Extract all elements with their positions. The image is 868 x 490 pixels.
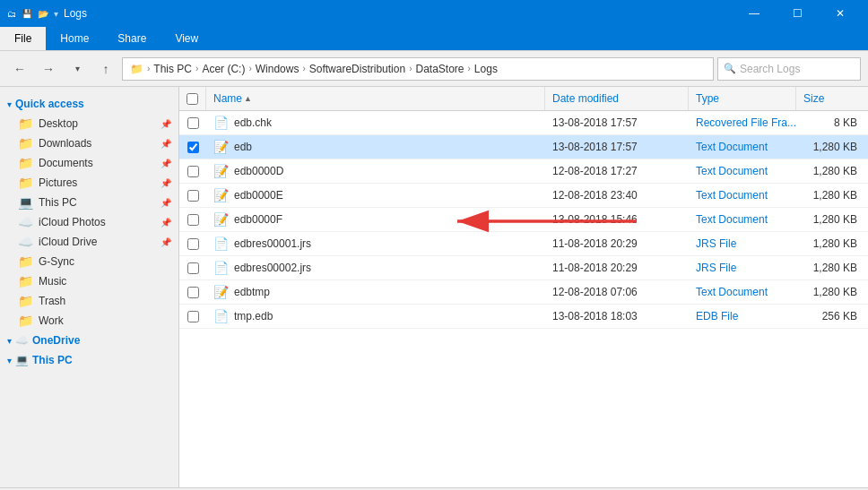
breadcrumb-drive[interactable]: Acer (C:) — [202, 63, 245, 75]
row-checkbox[interactable] — [187, 142, 199, 153]
row-checkbox[interactable] — [187, 214, 199, 226]
row-checkbox-cell[interactable] — [179, 135, 206, 159]
sidebar-item-gsync[interactable]: 📁 G-Sync — [0, 252, 178, 271]
table-row[interactable]: 📝 edbtmp 12-08-2018 07:06 Text Document … — [179, 280, 868, 305]
table-row[interactable]: 📄 edbres00002.jrs 11-08-2018 20:29 JRS F… — [179, 256, 868, 280]
close-button[interactable]: ✕ — [820, 0, 861, 27]
up-button[interactable]: ↑ — [93, 56, 118, 82]
file-name: edbtmp — [234, 286, 270, 298]
table-row[interactable]: 📄 tmp.edb 13-08-2018 18:03 EDB File 256 … — [179, 305, 868, 329]
folder-icon: 📁 — [18, 254, 33, 269]
sidebar-item-music[interactable]: 📁 Music — [0, 271, 178, 291]
header-checkbox[interactable] — [187, 93, 198, 105]
sidebar: ▾ Quick access 📁 Desktop 📌 📁 Downloads 📌… — [0, 87, 179, 487]
minimize-button[interactable]: — — [733, 0, 775, 27]
quick-access-icon2: 💾 — [22, 9, 32, 19]
search-placeholder: Search Logs — [740, 63, 800, 75]
sidebar-item-pictures[interactable]: 📁 Pictures 📌 — [0, 173, 178, 193]
table-row[interactable]: 📝 edb0000E 12-08-2018 23:40 Text Documen… — [179, 184, 868, 208]
search-box[interactable]: 🔍 Search Logs — [717, 57, 861, 81]
row-checkbox[interactable] — [187, 287, 199, 298]
sort-arrow-name: ▲ — [244, 94, 252, 103]
column-size-label: Size — [803, 92, 824, 105]
file-name-cell[interactable]: 📝 edb — [206, 135, 545, 159]
sidebar-item-iclouddrive[interactable]: ☁️ iCloud Drive 📌 — [0, 232, 178, 252]
row-checkbox[interactable] — [187, 166, 199, 177]
folder-icon: 📁 — [18, 294, 33, 308]
title-bar: 🗂 💾 📂 ▾ Logs — ☐ ✕ — [0, 0, 868, 27]
address-bar[interactable]: 📁 › This PC › Acer (C:) › Windows › Soft… — [122, 57, 714, 81]
row-checkbox-cell[interactable] — [179, 256, 206, 279]
file-name-cell[interactable]: 📝 edbtmp — [206, 280, 545, 304]
sidebar-item-thispc[interactable]: 💻 This PC 📌 — [0, 193, 178, 212]
row-checkbox-cell[interactable] — [179, 159, 206, 183]
row-checkbox-cell[interactable] — [179, 111, 206, 134]
window-controls[interactable]: — ☐ ✕ — [733, 0, 861, 27]
row-checkbox[interactable] — [187, 311, 199, 322]
tab-view[interactable]: View — [161, 27, 213, 50]
quick-access-icon1: 🗂 — [7, 9, 16, 19]
file-area-wrapper: Name ▲ Date modified Type Size — [179, 87, 868, 487]
table-row[interactable]: 📄 edb.chk 13-08-2018 17:57 Recovered Fil… — [179, 111, 868, 135]
folder-icon: 📁 — [18, 314, 33, 328]
sidebar-item-trash[interactable]: 📁 Trash — [0, 291, 178, 311]
sidebar-item-icloudphotos[interactable]: ☁️ iCloud Photos 📌 — [0, 212, 178, 232]
sidebar-item-work[interactable]: 📁 Work — [0, 311, 178, 331]
tab-file[interactable]: File — [0, 27, 46, 50]
recent-button[interactable]: ▾ — [65, 56, 90, 82]
sidebar-item-downloads[interactable]: 📁 Downloads 📌 — [0, 133, 178, 153]
breadcrumb-datastore[interactable]: DataStore — [415, 63, 464, 75]
pin-icon: 📌 — [161, 119, 171, 129]
row-checkbox[interactable] — [187, 117, 199, 129]
breadcrumb-softwaredist[interactable]: SoftwareDistribution — [309, 63, 405, 75]
file-name-cell[interactable]: 📄 edbres00002.jrs — [206, 256, 545, 279]
sidebar-section-onedrive[interactable]: ▾ ☁️ OneDrive — [0, 331, 178, 350]
sidebar-label-music: Music — [39, 275, 66, 288]
file-type-cell: JRS File — [689, 256, 796, 279]
file-name-cell[interactable]: 📄 tmp.edb — [206, 305, 545, 328]
quick-access-dropdown[interactable]: ▾ — [54, 9, 58, 19]
tab-share[interactable]: Share — [103, 27, 161, 50]
forward-button[interactable]: → — [36, 56, 61, 82]
maximize-button[interactable]: ☐ — [777, 0, 818, 27]
breadcrumb-logs[interactable]: Logs — [474, 63, 498, 75]
pin-icon: 📌 — [161, 178, 171, 188]
column-type[interactable]: Type — [689, 87, 796, 110]
file-name-cell[interactable]: 📝 edb0000F — [206, 208, 545, 231]
row-checkbox[interactable] — [187, 262, 199, 274]
sidebar-label-gsync: G-Sync — [39, 255, 74, 268]
row-checkbox-cell[interactable] — [179, 280, 206, 304]
table-row[interactable]: 📄 edbres00001.jrs 11-08-2018 20:29 JRS F… — [179, 232, 868, 256]
file-name-cell[interactable]: 📄 edbres00001.jrs — [206, 232, 545, 255]
sidebar-section-quickaccess[interactable]: ▾ Quick access — [0, 94, 178, 114]
sidebar-section-thispc[interactable]: ▾ 💻 This PC — [0, 350, 178, 370]
breadcrumb-windows[interactable]: Windows — [256, 63, 299, 75]
file-name-cell[interactable]: 📝 edb0000D — [206, 159, 545, 183]
breadcrumb-thispc[interactable]: This PC — [153, 63, 192, 75]
sidebar-item-documents[interactable]: 📁 Documents 📌 — [0, 153, 178, 173]
row-checkbox[interactable] — [187, 190, 199, 202]
quick-access-icon3: 📂 — [38, 9, 48, 19]
row-checkbox-cell[interactable] — [179, 232, 206, 255]
file-size-cell: 1,280 KB — [796, 280, 868, 304]
table-row[interactable]: 📝 edb 13-08-2018 17:57 Text Document 1,2… — [179, 135, 868, 159]
folder-icon: 📁 — [18, 156, 33, 170]
table-row[interactable]: 📝 edb0000F 13-08-2018 15:46 Text Documen… — [179, 208, 868, 232]
table-row[interactable]: 📝 edb0000D 12-08-2018 17:27 Text Documen… — [179, 159, 868, 184]
file-name-cell[interactable]: 📝 edb0000E — [206, 184, 545, 207]
column-name[interactable]: Name ▲ — [206, 87, 545, 110]
row-checkbox-cell[interactable] — [179, 305, 206, 328]
column-date[interactable]: Date modified — [545, 87, 689, 110]
row-checkbox-cell[interactable] — [179, 184, 206, 207]
file-date-cell: 11-08-2018 20:29 — [545, 232, 689, 255]
select-all-checkbox[interactable] — [179, 87, 206, 110]
file-type-cell: Text Document — [689, 159, 796, 183]
back-button[interactable]: ← — [7, 56, 32, 82]
column-size[interactable]: Size — [796, 87, 868, 110]
row-checkbox[interactable] — [187, 238, 199, 250]
file-size-cell: 256 KB — [796, 305, 868, 328]
file-name-cell[interactable]: 📄 edb.chk — [206, 111, 545, 134]
tab-home[interactable]: Home — [46, 27, 103, 50]
row-checkbox-cell[interactable] — [179, 208, 206, 231]
sidebar-item-desktop[interactable]: 📁 Desktop 📌 — [0, 114, 178, 133]
